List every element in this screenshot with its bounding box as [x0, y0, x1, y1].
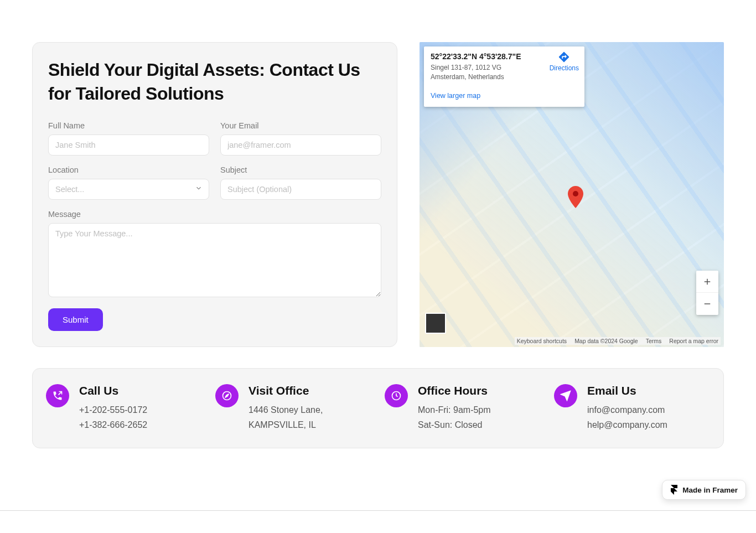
- subject-input[interactable]: [220, 179, 381, 200]
- email-input[interactable]: [220, 134, 381, 156]
- email-line-2: help@company.com: [587, 418, 667, 432]
- svg-point-0: [573, 191, 578, 196]
- contact-strip: Call Us +1-202-555-0172 +1-382-666-2652 …: [32, 368, 724, 448]
- location-label: Location: [48, 165, 209, 174]
- message-label: Message: [48, 210, 381, 219]
- fullname-input[interactable]: [48, 134, 209, 156]
- contact-hours: Office Hours Mon-Fri: 9am-5pm Sat-Sun: C…: [385, 384, 541, 432]
- directions-label: Directions: [550, 64, 579, 72]
- map-footer: Keyboard shortcuts Map data ©2024 Google…: [515, 337, 721, 345]
- send-icon: [554, 384, 577, 407]
- contact-visit: Visit Office 1446 Stoney Lane, KAMPSVILL…: [215, 384, 371, 432]
- visit-heading: Visit Office: [248, 384, 323, 397]
- map-pin-icon: [568, 186, 583, 210]
- message-textarea[interactable]: [48, 223, 381, 297]
- location-select[interactable]: Select...: [48, 179, 209, 200]
- page-title: Shield Your Digital Assets: Contact Us f…: [48, 58, 381, 106]
- submit-button[interactable]: Submit: [48, 308, 103, 331]
- zoom-in-button[interactable]: [696, 271, 718, 293]
- contact-form-card: Shield Your Digital Assets: Contact Us f…: [32, 42, 397, 347]
- visit-address-2: KAMPSVILLE, IL: [248, 418, 323, 432]
- divider: [0, 510, 756, 511]
- subject-label: Subject: [220, 165, 381, 174]
- map-info-card: 52°22'33.2"N 4°53'28.7"E Singel 131-87, …: [424, 46, 584, 107]
- framer-logo-icon: [670, 485, 678, 495]
- compass-icon: [215, 384, 239, 407]
- map-directions-button[interactable]: Directions: [550, 51, 579, 72]
- email-line-1: info@company.com: [587, 403, 667, 417]
- phone-icon: [46, 384, 69, 407]
- hours-heading: Office Hours: [418, 384, 491, 397]
- directions-icon: [558, 51, 570, 63]
- clock-icon: [385, 384, 408, 407]
- terms-link[interactable]: Terms: [646, 338, 662, 344]
- framer-badge-label: Made in Framer: [682, 486, 738, 494]
- map-address: Singel 131-87, 1012 VG Amsterdam, Nether…: [431, 63, 536, 82]
- plus-icon: [702, 277, 712, 287]
- zoom-control: [696, 271, 718, 315]
- view-larger-map-link[interactable]: View larger map: [431, 92, 480, 100]
- report-map-error-link[interactable]: Report a map error: [669, 338, 718, 344]
- map-data-label: Map data ©2024 Google: [574, 338, 638, 344]
- call-phone-2: +1-382-666-2652: [79, 418, 147, 432]
- contact-email: Email Us info@company.com help@company.c…: [554, 384, 710, 432]
- zoom-out-button[interactable]: [696, 293, 718, 315]
- satellite-toggle[interactable]: [425, 313, 446, 334]
- hours-line-1: Mon-Fri: 9am-5pm: [418, 403, 491, 417]
- fullname-label: Full Name: [48, 121, 209, 130]
- map-panel[interactable]: 52°22'33.2"N 4°53'28.7"E Singel 131-87, …: [420, 42, 724, 347]
- call-heading: Call Us: [79, 384, 147, 397]
- email-label: Your Email: [220, 121, 381, 130]
- minus-icon: [702, 299, 712, 309]
- hours-line-2: Sat-Sun: Closed: [418, 418, 491, 432]
- framer-badge[interactable]: Made in Framer: [662, 480, 746, 500]
- keyboard-shortcuts-link[interactable]: Keyboard shortcuts: [517, 338, 567, 344]
- contact-call: Call Us +1-202-555-0172 +1-382-666-2652: [46, 384, 202, 432]
- email-heading: Email Us: [587, 384, 667, 397]
- svg-marker-2: [225, 394, 229, 398]
- visit-address-1: 1446 Stoney Lane,: [248, 403, 323, 417]
- call-phone-1: +1-202-555-0172: [79, 403, 147, 417]
